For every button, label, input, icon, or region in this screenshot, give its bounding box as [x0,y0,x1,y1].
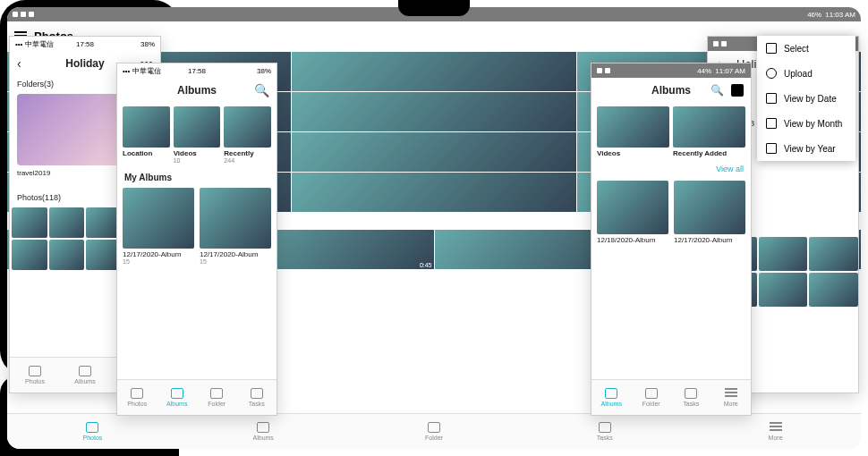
status-icon [605,68,610,73]
screen-albums-android: 44%11:07 AM Albums 🔍 Videos Recently Add… [591,63,752,416]
photos-icon [86,422,98,433]
my-album-card[interactable]: 12/17/2020-Album15 [200,188,271,265]
clock: 17:58 [117,67,277,75]
photo-thumb[interactable] [49,207,85,238]
status-icon [721,41,727,46]
albums-icon [605,388,617,399]
photo-thumb[interactable] [292,52,575,91]
tab-folder[interactable]: Folder [349,414,520,449]
search-icon[interactable]: 🔍 [254,83,269,97]
page-title: Albums [117,84,277,97]
folder-icon [428,422,440,433]
album-card[interactable]: Recently Added [673,106,745,157]
my-album-card[interactable]: 12/18/2020-Album [597,181,668,244]
status-bar: ••• 中華電信 17:58 38% [10,37,160,51]
photo-thumb[interactable] [809,273,858,307]
notch [398,0,470,16]
photo-thumb[interactable] [12,240,47,270]
camera-icon [766,68,777,79]
tab-tasks[interactable]: Tasks [671,380,711,415]
tab-photos[interactable]: Photos [7,414,178,449]
search-icon[interactable]: 🔍 [711,84,724,97]
tab-bar: Photos Albums Folder Tasks More [7,413,861,449]
tab-albums[interactable]: Albums [60,358,110,393]
tab-bar: Albums Folder Tasks More [591,379,751,415]
folder-icon [645,388,658,399]
select-icon [766,43,777,54]
tasks-icon [251,388,263,399]
albums-icon [79,366,91,376]
photo-thumb[interactable] [759,273,808,307]
tab-bar: Photos Albums Folder Tasks [117,379,277,415]
album-card[interactable]: Recently244 [224,106,271,164]
photo-thumb[interactable] [759,237,808,271]
clock: 11:07 AM [715,67,745,75]
albums-icon [171,388,183,399]
folder-icon [210,388,223,399]
my-album-card[interactable]: 12/17/2020-Album15 [123,188,194,265]
menu-view-by-year[interactable]: View by Year [757,136,855,161]
photos-icon [29,366,41,376]
photo-thumb[interactable] [809,237,858,271]
status-icon [29,12,34,17]
more-icon [770,422,782,433]
tab-albums[interactable]: Albums [591,380,632,415]
my-albums-label: My Albums [117,167,277,184]
clock: 17:58 [10,40,160,48]
header: Albums 🔍 [117,78,277,103]
album-card[interactable]: Location [123,106,170,164]
screen-albums-ios: ••• 中華電信 17:58 38% Albums 🔍 Location Vid… [116,63,277,416]
tab-photos[interactable]: Photos [10,358,60,393]
albums-icon [257,422,269,433]
photo-thumb[interactable] [292,92,575,131]
cast-icon[interactable] [731,84,744,97]
photo-thumb[interactable] [292,173,575,212]
tab-tasks[interactable]: Tasks [519,414,690,449]
tab-photos[interactable]: Photos [117,380,157,415]
my-album-card[interactable]: 12/17/2020-Album [674,181,745,244]
album-card[interactable]: Videos [597,106,669,157]
tasks-icon [685,388,697,399]
status-icon [597,68,602,73]
page-title: Albums [591,84,751,97]
status-icon [13,12,18,17]
tab-folder[interactable]: Folder [197,380,237,415]
clock: 11:03 AM [825,11,855,19]
menu-select[interactable]: Select [757,36,855,61]
photo-thumb[interactable] [292,132,575,172]
photo-thumb[interactable] [49,240,85,270]
tab-folder[interactable]: Folder [632,380,672,415]
tasks-icon [599,422,611,433]
grid-icon [766,118,777,129]
status-icon [21,12,26,17]
photos-icon [131,388,143,399]
battery-label: 44% [697,67,711,75]
album-card[interactable]: Videos10 [174,106,221,164]
status-bar: ••• 中華電信 17:58 38% [117,63,277,78]
status-icon [713,41,719,46]
dropdown-menu: Select Upload View by Date View by Month… [757,36,855,161]
grid-icon [766,143,777,154]
photo-thumb[interactable] [12,207,47,238]
tab-more[interactable]: More [690,414,861,449]
tab-tasks[interactable]: Tasks [237,380,277,415]
tab-more[interactable]: More [711,380,752,415]
battery-label: 46% [807,11,821,19]
header: Albums 🔍 [591,78,751,103]
status-bar: 44%11:07 AM [591,63,751,78]
menu-view-by-month[interactable]: View by Month [757,111,855,136]
tab-albums[interactable]: Albums [157,380,198,415]
more-icon [725,388,737,399]
menu-view-by-date[interactable]: View by Date [757,86,855,111]
grid-icon [766,93,777,104]
tab-albums[interactable]: Albums [178,414,349,449]
back-button[interactable]: ‹ [17,56,21,71]
menu-upload[interactable]: Upload [757,61,855,86]
view-all-link[interactable]: View all [591,161,751,177]
